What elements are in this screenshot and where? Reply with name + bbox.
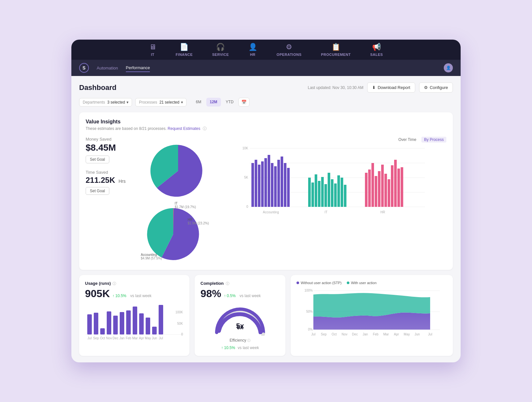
nav-label-it: IT <box>151 53 154 57</box>
efficiency-value: 5x <box>237 324 243 331</box>
toggle-by-process[interactable]: By Process <box>421 137 446 143</box>
chart-toggle: Over Time By Process <box>222 137 446 143</box>
svg-rect-43 <box>394 160 397 207</box>
dashboard-header: Dashboard Last updated: Nov 30, 10:30 AM… <box>79 82 453 93</box>
operations-icon: ⚙ <box>286 43 292 51</box>
nav-label-service: SERVICE <box>212 53 229 57</box>
svg-text:IT: IT <box>325 210 328 214</box>
svg-text:100%: 100% <box>304 289 313 292</box>
svg-rect-60 <box>146 318 150 334</box>
efficiency-change-row: ↑ 10.5% vs last week <box>221 345 259 350</box>
arrow-up-icon-2: ↑ <box>224 294 226 298</box>
svg-text:0: 0 <box>246 205 248 208</box>
processes-value: 21 selected <box>159 100 179 105</box>
pie-visual: IT$1.7M (19.7%) HR$1.9M (23.2%) Accounti… <box>144 205 202 263</box>
completion-change-label: vs last week <box>239 294 260 298</box>
pie-label-hr: HR$1.9M (23.2%) <box>187 218 209 225</box>
info-icon: ⓘ <box>203 126 207 131</box>
svg-text:50K: 50K <box>177 322 183 325</box>
gauge-segments: 5x <box>211 303 269 336</box>
nav-item-operations[interactable]: ⚙ OPERATIONS <box>277 43 302 57</box>
completion-change: ↑ 0.5% <box>224 294 236 298</box>
processes-label: Processes <box>139 100 157 105</box>
set-goal-time-button[interactable]: Set Goal <box>86 187 109 195</box>
efficiency-info-icon: ⓘ <box>247 339 250 342</box>
completion-area-card: Without user action (STP) With user acti… <box>291 275 453 356</box>
finance-icon: 📄 <box>180 43 188 51</box>
nav-label-sales: SALES <box>370 53 383 57</box>
svg-rect-55 <box>113 316 118 334</box>
svg-text:Jul: Jul <box>311 333 316 336</box>
legend-dot-stp <box>296 282 299 284</box>
area-chart: 100% 50% 0% Jul <box>296 287 447 336</box>
svg-text:Apr: Apr <box>139 336 144 340</box>
svg-rect-23 <box>315 174 317 207</box>
nav-item-it[interactable]: 🖥 IT <box>149 43 156 57</box>
dashboard-actions: Last updated: Nov 30, 10:30 AM ⬇ Downloa… <box>308 82 453 93</box>
nav-item-procurement[interactable]: 📋 PROCUREMENT <box>321 43 351 57</box>
svg-rect-13 <box>268 155 270 207</box>
svg-text:Jul: Jul <box>428 333 432 336</box>
calendar-picker[interactable]: 📅 <box>238 98 249 107</box>
svg-rect-17 <box>281 157 283 207</box>
processes-filter[interactable]: Processes 21 selected ▾ <box>135 98 186 107</box>
configure-button[interactable]: ⚙ Configure <box>419 82 453 93</box>
completion-card: Completion ⓘ 98% ↑ 0.5% vs last week <box>195 275 285 356</box>
header-bar: S Automation Performance 👤 <box>71 60 461 76</box>
time-6m[interactable]: 6M <box>192 98 205 107</box>
completion-title: Completion <box>200 281 224 286</box>
svg-rect-8 <box>251 163 254 207</box>
value-insights-title: Value Insights <box>86 119 446 125</box>
toggle-over-time[interactable]: Over Time <box>396 137 419 143</box>
request-estimates-link[interactable]: Request Estimates <box>168 126 200 131</box>
svg-text:Oct: Oct <box>332 333 337 336</box>
svg-rect-36 <box>371 163 374 207</box>
service-icon: 🎧 <box>216 43 225 51</box>
nav-item-hr[interactable]: 👤 HR <box>248 43 257 57</box>
svg-text:Mar: Mar <box>132 336 138 340</box>
time-saved-label: Time Saved <box>86 170 138 175</box>
time-12m[interactable]: 12M <box>206 98 221 107</box>
svg-rect-32 <box>344 185 346 207</box>
efficiency-change-label: vs last week <box>238 345 259 350</box>
set-goal-money-button[interactable]: Set Goal <box>86 156 109 163</box>
legend-dot-user-action <box>347 282 349 284</box>
svg-rect-27 <box>328 173 330 207</box>
legend-label-user-action: With user action <box>351 281 377 285</box>
nav-label-procurement: PROCUREMENT <box>321 53 351 57</box>
main-content: Dashboard Last updated: Nov 30, 10:30 AM… <box>71 76 461 362</box>
time-ytd[interactable]: YTD <box>222 98 237 107</box>
metrics-column: Money Saved $8.45M Set Goal Time Saved 2… <box>86 137 138 201</box>
svg-rect-22 <box>311 182 314 207</box>
svg-rect-38 <box>378 171 381 207</box>
svg-rect-18 <box>284 163 286 207</box>
svg-text:Jun: Jun <box>152 336 157 340</box>
svg-text:Apr: Apr <box>394 333 399 336</box>
sales-icon: 📢 <box>372 43 381 51</box>
nav-item-finance[interactable]: 📄 FINANCE <box>176 43 193 57</box>
download-report-button[interactable]: ⬇ Download Report <box>367 82 415 93</box>
nav-item-sales[interactable]: 📢 SALES <box>370 43 383 57</box>
app-container: 🖥 IT 📄 FINANCE 🎧 SERVICE 👤 HR ⚙ OPERATIO… <box>71 40 461 362</box>
svg-text:Feb: Feb <box>373 333 379 336</box>
svg-rect-45 <box>401 167 403 207</box>
gauge-container: 5x <box>200 305 280 350</box>
svg-text:Mar: Mar <box>383 333 389 336</box>
area-chart-legend: Without user action (STP) With user acti… <box>296 281 447 285</box>
tab-automation[interactable]: Automation <box>97 64 118 72</box>
money-saved-label: Money Saved <box>86 137 138 142</box>
svg-rect-26 <box>324 184 327 207</box>
nav-item-service[interactable]: 🎧 SERVICE <box>212 43 229 57</box>
svg-text:Dec: Dec <box>113 336 118 340</box>
tab-performance[interactable]: Performance <box>126 64 150 72</box>
svg-rect-19 <box>287 168 290 207</box>
procurement-icon: 📋 <box>332 43 340 51</box>
grouped-bar-chart: 10K 5K 0 <box>222 145 446 217</box>
svg-text:100K: 100K <box>175 310 183 314</box>
departments-filter[interactable]: Departments 3 selected ▾ <box>79 98 132 107</box>
svg-text:10K: 10K <box>242 146 248 150</box>
svg-rect-28 <box>331 179 333 207</box>
svg-rect-40 <box>384 174 387 207</box>
user-avatar[interactable]: 👤 <box>444 63 453 72</box>
svg-rect-57 <box>126 310 131 334</box>
